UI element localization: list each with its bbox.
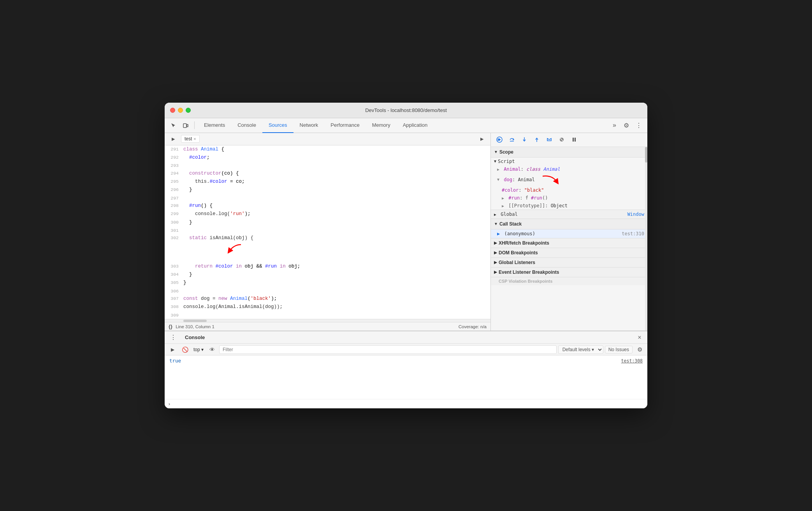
window-title: DevTools - localhost:8080/demo/test (365, 107, 447, 113)
toolbar-separator (194, 121, 195, 129)
console-clear-btn[interactable]: ▶ (167, 344, 178, 355)
global-listeners-label: Global Listeners (499, 260, 535, 265)
svg-rect-10 (573, 138, 574, 142)
code-line-308: 308 console.log(Animal.isAnimal(dog)); (165, 303, 490, 311)
minimize-button[interactable] (178, 108, 183, 113)
console-filter-input[interactable] (219, 345, 557, 354)
global-label: Global (501, 212, 517, 217)
file-tab-test[interactable]: test × (181, 135, 200, 143)
call-stack-item-anonymous[interactable]: ▶ (anonymous) test:310 (491, 229, 647, 238)
csp-breakpoints-header[interactable]: ▶ CSP Violation Breakpoints (491, 277, 647, 285)
debugger-scrollbar-thumb[interactable] (645, 147, 647, 163)
csp-breakpoints-section: ▶ CSP Violation Breakpoints (491, 277, 647, 285)
call-stack-label: Call Stack (499, 221, 522, 227)
debugger-panel: ▼ Scope ▼ Script ▶ Animal: class Animal (491, 133, 647, 331)
console-more-btn[interactable]: ⋮ (168, 332, 179, 343)
global-value: Window (627, 212, 644, 217)
code-editor[interactable]: 291 class Animal { 292 #color; 293 294 c… (165, 145, 490, 322)
code-line-306: 306 (165, 287, 490, 295)
console-block-btn[interactable]: 🚫 (179, 344, 190, 355)
toolbar-right: ⚙ ⋮ (621, 120, 644, 131)
resume-btn[interactable] (494, 134, 505, 145)
horizontal-scrollbar[interactable] (165, 319, 490, 322)
status-left: {} Line 310, Column 1 (169, 324, 214, 329)
code-line-297: 297 (165, 194, 490, 202)
traffic-lights (170, 108, 191, 113)
global-listeners-header[interactable]: ▶ Global Listeners (491, 258, 647, 267)
tab-memory[interactable]: Memory (366, 118, 397, 133)
code-line-292: 292 #color; (165, 154, 490, 162)
tab-sources[interactable]: Sources (262, 118, 294, 133)
file-tab-name: test (185, 136, 192, 142)
main-toolbar: Elements Console Sources Network Perform… (165, 118, 647, 133)
scope-section-header[interactable]: ▼ Scope (491, 147, 647, 158)
console-output-line: true test:308 (169, 357, 643, 364)
scope-global-item: ▶ Global Window (491, 210, 647, 219)
tab-console[interactable]: Console (231, 118, 262, 133)
event-listener-breakpoints-header[interactable]: ▶ Event Listener Breakpoints (491, 268, 647, 277)
sources-play-btn[interactable]: ▶ (168, 133, 179, 144)
more-tabs-button[interactable]: » (610, 118, 619, 133)
tab-network[interactable]: Network (294, 118, 325, 133)
debugger-scrollbar[interactable] (645, 147, 647, 331)
callstack-loc: test:310 (622, 231, 644, 236)
console-tab-label[interactable]: Console (182, 334, 208, 341)
title-bar: DevTools - localhost:8080/demo/test (165, 103, 647, 118)
sources-run-btn[interactable]: ▶ (476, 133, 487, 144)
step-btn[interactable] (544, 134, 555, 145)
format-btn[interactable]: {} (169, 324, 172, 329)
inspect-element-button[interactable] (168, 120, 179, 131)
console-close-btn[interactable]: × (635, 333, 644, 342)
csp-breakpoints-label: CSP Violation Breakpoints (499, 279, 552, 284)
console-eye-btn[interactable]: 👁 (207, 344, 218, 355)
console-levels-select[interactable]: Default levels ▾ (558, 345, 603, 354)
step-into-btn[interactable] (519, 134, 530, 145)
scope-dog-run: ▶ #run: f #run() (491, 194, 647, 202)
console-prompt[interactable]: › (165, 399, 647, 408)
scrollbar-thumb[interactable] (183, 320, 207, 322)
console-content: true test:308 (165, 355, 647, 399)
console-output-link[interactable]: test:308 (621, 358, 643, 364)
device-toolbar-button[interactable] (180, 120, 191, 131)
code-line-302: 302 static isAnimal(obj) { (165, 234, 490, 262)
scope-script-header[interactable]: ▼ Script (491, 158, 647, 165)
step-out-btn[interactable] (531, 134, 542, 145)
console-top-label: top ▾ (193, 347, 204, 352)
code-line-293: 293 (165, 162, 490, 170)
code-line-307: 307 const dog = new Animal('black'); (165, 295, 490, 303)
tab-application[interactable]: Application (397, 118, 434, 133)
code-line-299: 299 console.log('run'); (165, 210, 490, 218)
svg-rect-11 (575, 138, 576, 142)
step-over-btn[interactable] (506, 134, 517, 145)
deactivate-breakpoints-btn[interactable] (556, 134, 567, 145)
console-toolbar: ▶ 🚫 top ▾ 👁 Default levels ▾ No Issues ⚙ (165, 344, 647, 355)
tab-performance[interactable]: Performance (324, 118, 366, 133)
call-stack-header[interactable]: ▼ Call Stack (491, 219, 647, 229)
code-line-309: 309 (165, 312, 490, 319)
dom-breakpoints-header[interactable]: ▶ DOM Breakpoints (491, 248, 647, 257)
console-context-selector[interactable]: top ▾ (192, 347, 205, 352)
status-bar: {} Line 310, Column 1 Coverage: n/a (165, 322, 490, 331)
code-line-305: 305 } (165, 279, 490, 287)
code-line-295: 295 this.#color = co; (165, 178, 490, 186)
console-settings-btn[interactable]: ⚙ (634, 344, 645, 355)
svg-rect-4 (499, 138, 500, 141)
line-col-info: Line 310, Column 1 (176, 324, 214, 329)
scope-animal-item: ▶ Animal: class Animal (491, 165, 647, 173)
svg-rect-1 (187, 124, 188, 127)
pause-on-exceptions-btn[interactable] (569, 134, 580, 145)
main-tabs: Elements Console Sources Network Perform… (198, 118, 619, 133)
code-line-301: 301 (165, 227, 490, 234)
code-line-291: 291 class Animal { (165, 145, 490, 154)
console-panel: ⋮ Console × ▶ 🚫 top ▾ 👁 Default levels ▾… (165, 331, 647, 408)
file-tab-close[interactable]: × (193, 136, 196, 141)
code-line-303: 303 return #color in obj && #run in obj; (165, 262, 490, 271)
close-button[interactable] (170, 108, 175, 113)
xhr-breakpoints-header[interactable]: ▶ XHR/fetch Breakpoints (491, 238, 647, 248)
fullscreen-button[interactable] (186, 108, 191, 113)
settings-button[interactable]: ⚙ (621, 120, 632, 131)
code-line-294: 294 constructor(co) { (165, 170, 490, 178)
more-options-button[interactable]: ⋮ (633, 120, 644, 131)
console-right: ⚙ (634, 344, 645, 355)
tab-elements[interactable]: Elements (198, 118, 231, 133)
